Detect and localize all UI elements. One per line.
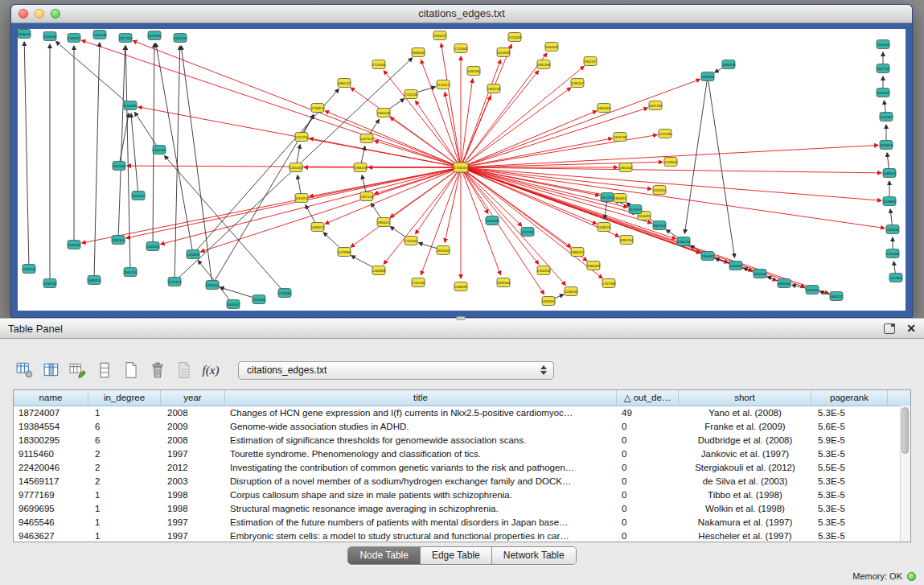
table-row[interactable]: 1830029562008Estimation of significance …: [14, 434, 910, 447]
cell-short[interactable]: Tibbo et al. (1998): [679, 488, 811, 502]
graph-node[interactable]: 1852063: [598, 104, 611, 113]
graph-node[interactable]: 1575313: [168, 278, 182, 286]
table-row[interactable]: 1872400712008Changes of HCN gene express…: [14, 406, 910, 420]
graph-edge[interactable]: [461, 167, 885, 229]
graph-node[interactable]: 1904462: [701, 252, 715, 261]
cell-pagerank[interactable]: 5.5E-5: [811, 461, 888, 475]
cell-pagerank[interactable]: 5.3E-5: [811, 447, 888, 461]
graph-node[interactable]: 1697349: [649, 101, 663, 110]
cell-pagerank[interactable]: 5.9E-5: [811, 434, 888, 447]
graph-node[interactable]: 1108866: [883, 197, 897, 206]
cell-in_degree[interactable]: 1: [88, 502, 161, 516]
graph-node[interactable]: 1321612: [601, 193, 614, 202]
graph-edge[interactable]: [421, 167, 461, 275]
cell-out_degree[interactable]: 0: [617, 529, 679, 542]
graph-node[interactable]: 1641206: [153, 146, 166, 154]
graph-node[interactable]: 1948764: [701, 72, 715, 81]
cell-title[interactable]: Genome-wide association studies in ADHD.: [225, 420, 617, 434]
network-canvas[interactable]: 1724018186144219737481852063108014719613…: [18, 29, 907, 312]
cell-name[interactable]: 18724007: [14, 406, 88, 420]
cell-out_degree[interactable]: 0: [617, 516, 679, 529]
graph-node[interactable]: 1080147: [571, 79, 585, 88]
cell-in_degree[interactable]: 1: [88, 529, 161, 542]
graph-node[interactable]: 1973748: [614, 133, 627, 142]
cell-in_degree[interactable]: 6: [88, 420, 161, 434]
graph-edge[interactable]: [82, 167, 461, 243]
cell-out_degree[interactable]: 0: [617, 502, 679, 516]
column-header-out_degree[interactable]: △ out_de…: [617, 390, 679, 406]
minimize-window-button[interactable]: [35, 9, 44, 19]
graph-node[interactable]: 1849213: [88, 276, 101, 285]
show-columns-button[interactable]: [41, 360, 62, 381]
cell-out_degree[interactable]: 0: [617, 447, 679, 461]
graph-node[interactable]: 1820135: [487, 84, 501, 93]
graph-node[interactable]: 1424313: [880, 113, 893, 122]
cell-title[interactable]: Corpus callosum shape and size in male p…: [225, 488, 617, 502]
cell-in_degree[interactable]: 2: [88, 461, 161, 475]
cell-short[interactable]: Hescheler et al. (1997): [679, 529, 811, 542]
cell-name[interactable]: 22420046: [14, 461, 88, 475]
graph-node[interactable]: 1722843: [454, 44, 468, 53]
graph-node[interactable]: 1321610: [653, 186, 667, 195]
graph-node[interactable]: 1505135: [174, 34, 187, 43]
cell-year[interactable]: 1997: [161, 447, 225, 461]
graph-node[interactable]: 1148226: [598, 223, 611, 232]
graph-node[interactable]: 1420432: [290, 163, 303, 172]
float-panel-icon[interactable]: [884, 323, 895, 334]
table-row[interactable]: 911546021997Tourette syndrome. Phenomeno…: [14, 447, 910, 461]
graph-node[interactable]: 1813302: [437, 246, 450, 255]
graph-node[interactable]: 1924153: [877, 89, 890, 97]
graph-node[interactable]: 1737938: [602, 279, 616, 288]
close-window-button[interactable]: [18, 9, 28, 19]
cell-year[interactable]: 1998: [161, 488, 225, 502]
graph-node[interactable]: 1961187: [584, 57, 598, 66]
graph-node[interactable]: 1585493: [587, 262, 601, 270]
cell-out_degree[interactable]: 0: [617, 475, 679, 488]
cell-name[interactable]: 9463627: [14, 529, 88, 542]
table-row[interactable]: 1938455462009Genome-wide association stu…: [14, 420, 910, 434]
cell-name[interactable]: 18300295: [14, 434, 88, 447]
graph-node[interactable]: 1089513: [883, 169, 897, 178]
graph-node[interactable]: 1694362: [729, 262, 743, 270]
graph-node[interactable]: 1861442: [619, 163, 633, 172]
graph-edge[interactable]: [165, 156, 285, 293]
cell-title[interactable]: Estimation of significance thresholds fo…: [225, 434, 617, 447]
cell-year[interactable]: 2003: [161, 475, 225, 488]
graph-node[interactable]: 1895754: [620, 236, 634, 245]
cell-title[interactable]: Structural magnetic resonance image aver…: [225, 502, 617, 516]
graph-node[interactable]: 1952046: [377, 109, 391, 117]
graph-node[interactable]: 1867919: [653, 221, 667, 230]
graph-node[interactable]: 1969432: [778, 279, 791, 288]
cell-short[interactable]: de Silva et al. (2003): [679, 475, 811, 488]
cell-in_degree[interactable]: 2: [88, 447, 161, 461]
scrollbar-thumb[interactable]: [901, 407, 909, 454]
cell-year[interactable]: 2008: [161, 434, 225, 447]
window-titlebar[interactable]: citations_edges.txt: [11, 5, 912, 23]
graph-node[interactable]: 1152548: [497, 48, 511, 57]
zoom-window-button[interactable]: [51, 9, 60, 19]
cell-year[interactable]: 1997: [161, 529, 225, 542]
graph-node[interactable]: 1591604: [877, 40, 890, 49]
graph-node[interactable]: 1561035: [113, 162, 126, 171]
table-row[interactable]: 946554611997Estimation of the future num…: [14, 516, 910, 529]
edit-table-button[interactable]: [68, 360, 88, 381]
cell-out_degree[interactable]: 0: [617, 420, 679, 434]
graph-node[interactable]: 1132013: [437, 80, 450, 89]
network-table-selector[interactable]: citations_edges.txt: [238, 361, 554, 380]
graph-node[interactable]: 1125439: [508, 33, 522, 42]
graph-edge[interactable]: [461, 167, 539, 264]
graph-edge[interactable]: [181, 46, 212, 285]
graph-node[interactable]: 1563128: [93, 31, 107, 39]
graph-node[interactable]: 1985537: [571, 248, 585, 257]
cell-short[interactable]: Dudbridge et al. (2008): [679, 434, 811, 447]
graph-node[interactable]: 2154205: [537, 266, 551, 275]
graph-node[interactable]: 1536697: [454, 282, 468, 291]
tab-edge-table[interactable]: Edge Table: [421, 547, 492, 564]
graph-node[interactable]: 1817304: [119, 34, 133, 43]
graph-edge[interactable]: [81, 40, 461, 167]
cell-title[interactable]: Embryonic stem cells: a model to study s…: [225, 529, 617, 542]
cell-name[interactable]: 19384554: [14, 420, 88, 434]
graph-node[interactable]: 1210654: [886, 249, 900, 258]
graph-node[interactable]: 1679197: [629, 205, 643, 214]
cell-pagerank[interactable]: 5.3E-5: [811, 488, 888, 502]
